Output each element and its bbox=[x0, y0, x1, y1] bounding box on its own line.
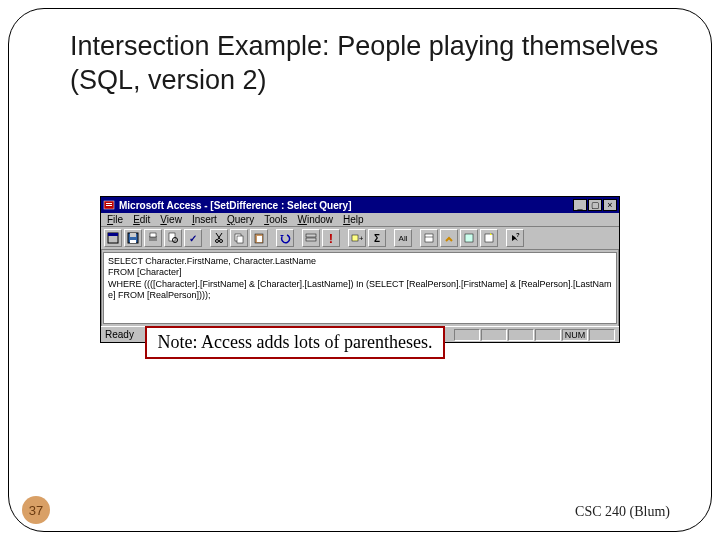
query-type-button[interactable] bbox=[302, 229, 320, 247]
svg-rect-2 bbox=[106, 205, 112, 206]
menu-bar: FFileile Edit View Insert Query Tools Wi… bbox=[101, 213, 619, 227]
maximize-button[interactable]: ▢ bbox=[588, 199, 602, 211]
svg-rect-25 bbox=[485, 234, 493, 242]
build-button[interactable] bbox=[440, 229, 458, 247]
minimize-button[interactable]: _ bbox=[573, 199, 587, 211]
svg-rect-6 bbox=[130, 240, 136, 243]
window-control-buttons: _ ▢ × bbox=[573, 199, 617, 211]
print-button[interactable] bbox=[144, 229, 162, 247]
paste-button[interactable] bbox=[250, 229, 268, 247]
print-preview-button[interactable] bbox=[164, 229, 182, 247]
status-num-indicator: NUM bbox=[562, 329, 588, 341]
view-mode-button[interactable] bbox=[104, 229, 122, 247]
totals-button[interactable]: Σ bbox=[368, 229, 386, 247]
status-cell bbox=[454, 329, 480, 341]
menu-tools[interactable]: Tools bbox=[264, 214, 287, 225]
status-cell bbox=[508, 329, 534, 341]
svg-rect-18 bbox=[306, 234, 316, 237]
svg-rect-7 bbox=[130, 233, 136, 237]
window-title-text: Microsoft Access - [SetDifference : Sele… bbox=[119, 200, 573, 211]
undo-button[interactable] bbox=[276, 229, 294, 247]
menu-insert[interactable]: Insert bbox=[192, 214, 217, 225]
status-cell bbox=[535, 329, 561, 341]
status-cell bbox=[589, 329, 615, 341]
top-values-button[interactable]: All bbox=[394, 229, 412, 247]
show-table-button[interactable]: + bbox=[348, 229, 366, 247]
menu-edit[interactable]: Edit bbox=[133, 214, 150, 225]
svg-text:+: + bbox=[359, 234, 363, 243]
svg-rect-24 bbox=[465, 234, 473, 242]
svg-rect-9 bbox=[150, 233, 156, 237]
status-cell bbox=[481, 329, 507, 341]
menu-view[interactable]: View bbox=[160, 214, 182, 225]
svg-rect-10 bbox=[169, 233, 175, 241]
menu-help[interactable]: Help bbox=[343, 214, 364, 225]
svg-rect-1 bbox=[106, 203, 112, 204]
toolbar: ✓ ! + Σ All ? bbox=[101, 227, 619, 250]
run-button[interactable]: ! bbox=[322, 229, 340, 247]
access-window: Microsoft Access - [SetDifference : Sele… bbox=[100, 196, 620, 343]
access-app-icon bbox=[103, 199, 115, 211]
svg-rect-15 bbox=[237, 236, 243, 243]
close-button[interactable]: × bbox=[603, 199, 617, 211]
save-button[interactable] bbox=[124, 229, 142, 247]
svg-text:?: ? bbox=[516, 232, 520, 238]
menu-file[interactable]: FFileile bbox=[107, 214, 123, 225]
svg-rect-17 bbox=[257, 236, 262, 242]
new-object-button[interactable] bbox=[480, 229, 498, 247]
menu-window[interactable]: Window bbox=[297, 214, 333, 225]
window-titlebar: Microsoft Access - [SetDifference : Sele… bbox=[101, 197, 619, 213]
slide-title: Intersection Example: People playing the… bbox=[70, 30, 660, 98]
menu-query[interactable]: Query bbox=[227, 214, 254, 225]
svg-rect-20 bbox=[352, 235, 358, 241]
copy-button[interactable] bbox=[230, 229, 248, 247]
properties-button[interactable] bbox=[420, 229, 438, 247]
svg-rect-4 bbox=[108, 233, 118, 236]
slide-footer: CSC 240 (Blum) bbox=[575, 504, 670, 520]
cut-button[interactable] bbox=[210, 229, 228, 247]
svg-point-13 bbox=[220, 240, 223, 243]
svg-rect-22 bbox=[425, 234, 433, 242]
help-button[interactable]: ? bbox=[506, 229, 524, 247]
svg-point-12 bbox=[216, 240, 219, 243]
sql-text-area[interactable]: SELECT Character.FirstName, Character.La… bbox=[103, 252, 617, 324]
svg-rect-19 bbox=[306, 238, 316, 241]
spell-check-button[interactable]: ✓ bbox=[184, 229, 202, 247]
slide-number-badge: 37 bbox=[22, 496, 50, 524]
database-window-button[interactable] bbox=[460, 229, 478, 247]
note-callout: Note: Access adds lots of parentheses. bbox=[145, 326, 445, 359]
